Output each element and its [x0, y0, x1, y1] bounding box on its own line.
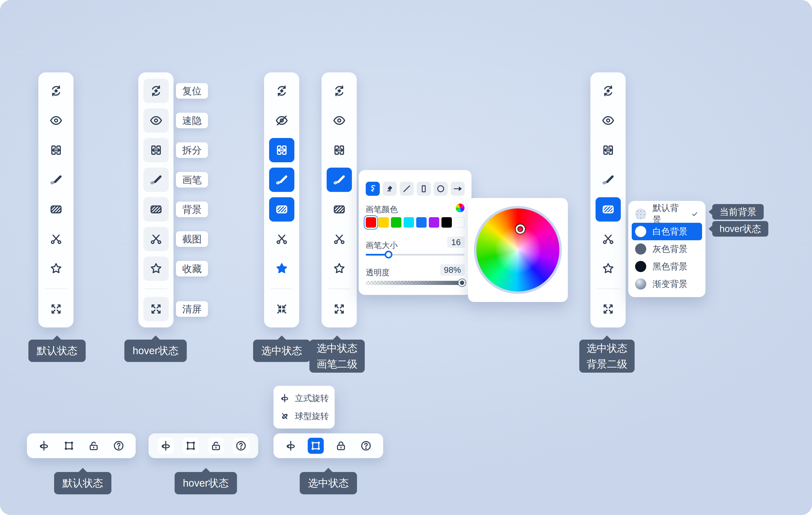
tooltip-favorite: 收藏 — [176, 261, 208, 276]
swatch-white[interactable] — [454, 217, 464, 227]
swatch-cyan[interactable] — [404, 217, 414, 227]
slider-knob[interactable] — [458, 279, 466, 287]
line-tool-button[interactable] — [400, 182, 414, 196]
brush-button[interactable] — [44, 168, 69, 192]
fullscreen-button[interactable] — [143, 297, 169, 321]
opacity-slider[interactable] — [366, 281, 464, 285]
hue-wheel[interactable] — [474, 206, 562, 294]
opacity-label: 透明度 — [366, 267, 390, 278]
transform-frame-button[interactable] — [61, 438, 77, 454]
pen-tool-button[interactable] — [366, 182, 380, 196]
background-button[interactable] — [327, 197, 352, 221]
fullscreen-button[interactable] — [269, 297, 294, 321]
brush-color-label: 画笔颜色 — [366, 204, 398, 215]
brush-icon — [601, 173, 615, 187]
hide-button[interactable] — [44, 108, 69, 133]
favorite-button[interactable] — [596, 256, 621, 281]
split-button[interactable] — [143, 138, 169, 162]
rotate-button[interactable] — [283, 438, 299, 454]
screenshot-button[interactable] — [596, 227, 621, 251]
screenshot-button[interactable] — [269, 227, 294, 251]
split-button[interactable] — [327, 138, 352, 162]
color-wheel-button[interactable] — [456, 204, 464, 212]
screenshot-button[interactable] — [143, 227, 169, 251]
toolbar-selected — [264, 73, 299, 327]
hide-button[interactable] — [596, 108, 621, 133]
menu-item-default-bg[interactable]: 默认背景 — [632, 205, 702, 223]
arrow-tool-button[interactable] — [451, 182, 465, 196]
swatch-green[interactable] — [391, 217, 401, 227]
expand-icon — [49, 302, 63, 316]
swatch-yellow[interactable] — [378, 217, 389, 227]
help-button[interactable] — [111, 438, 127, 454]
swatch-black[interactable] — [441, 217, 452, 227]
arrow-icon — [453, 184, 463, 194]
star-filled-icon — [275, 262, 289, 276]
brush-button[interactable] — [596, 168, 621, 192]
swatch-purple[interactable] — [429, 217, 439, 227]
transform-frame-button[interactable] — [183, 438, 199, 454]
fullscreen-button[interactable] — [44, 297, 69, 321]
favorite-button[interactable] — [143, 256, 169, 281]
hide-button[interactable] — [327, 108, 352, 133]
background-icon — [49, 202, 63, 216]
favorite-button[interactable] — [269, 256, 294, 281]
reset-button[interactable] — [44, 79, 69, 103]
split-button[interactable] — [596, 138, 621, 162]
transform-frame-button[interactable] — [308, 438, 324, 454]
favorite-button[interactable] — [327, 256, 352, 281]
eraser-tool-button[interactable] — [383, 182, 397, 196]
star-icon — [332, 262, 346, 276]
tooltip-screenshot: 截图 — [176, 231, 208, 247]
menu-item-gray-bg[interactable]: 灰色背景 — [632, 240, 702, 258]
swatch-red[interactable] — [366, 217, 376, 227]
background-button[interactable] — [44, 197, 69, 221]
reset-button[interactable] — [327, 79, 352, 103]
rectangle-tool-button[interactable] — [417, 182, 431, 196]
reset-button[interactable] — [143, 79, 169, 103]
lock-button[interactable] — [208, 438, 224, 454]
lock-button[interactable] — [333, 438, 349, 454]
hide-button[interactable] — [269, 108, 294, 133]
brush-button[interactable] — [143, 168, 169, 192]
screenshot-button[interactable] — [327, 227, 352, 251]
split-button[interactable] — [269, 138, 294, 162]
reset-icon — [49, 84, 63, 98]
ellipse-tool-button[interactable] — [434, 182, 448, 196]
fullscreen-button[interactable] — [327, 297, 352, 321]
brush-size-slider[interactable] — [366, 254, 464, 255]
menu-item-white-bg[interactable]: 白色背景 — [632, 223, 702, 240]
brush-icon — [49, 173, 63, 187]
reset-button[interactable] — [269, 79, 294, 103]
reset-button[interactable] — [596, 79, 621, 103]
screenshot-button[interactable] — [44, 227, 69, 251]
swatch-blue[interactable] — [416, 217, 427, 227]
scissors-icon — [601, 232, 615, 246]
color-wheel[interactable] — [474, 206, 562, 294]
background-button[interactable] — [143, 197, 169, 221]
eye-icon — [49, 113, 63, 128]
brush-button[interactable] — [327, 168, 352, 192]
help-button[interactable] — [233, 438, 249, 454]
toolbar-divider — [597, 289, 619, 289]
menu-item-gradient-bg[interactable]: 渐变背景 — [632, 275, 702, 293]
menu-item-vertical-rotate[interactable]: 立式旋转 — [279, 390, 329, 406]
lock-button[interactable] — [86, 438, 102, 454]
menu-item-sphere-rotate[interactable]: 球型旋转 — [279, 409, 329, 424]
background-button[interactable] — [596, 197, 621, 221]
favorite-button[interactable] — [44, 256, 69, 281]
slider-knob[interactable] — [385, 251, 393, 259]
rotate-button[interactable] — [36, 438, 52, 454]
rotate-button[interactable] — [158, 438, 174, 454]
brush-button[interactable] — [269, 168, 294, 192]
color-selector-handle[interactable] — [516, 224, 525, 234]
hide-button[interactable] — [143, 108, 169, 133]
fullscreen-button[interactable] — [596, 297, 621, 321]
star-icon — [49, 262, 63, 276]
menu-item-black-bg[interactable]: 黑色背景 — [632, 258, 702, 275]
brush-icon — [149, 173, 163, 187]
split-button[interactable] — [44, 138, 69, 162]
help-button[interactable] — [358, 438, 374, 454]
background-button[interactable] — [269, 197, 294, 221]
bottom-toolbar-selected — [273, 433, 383, 458]
